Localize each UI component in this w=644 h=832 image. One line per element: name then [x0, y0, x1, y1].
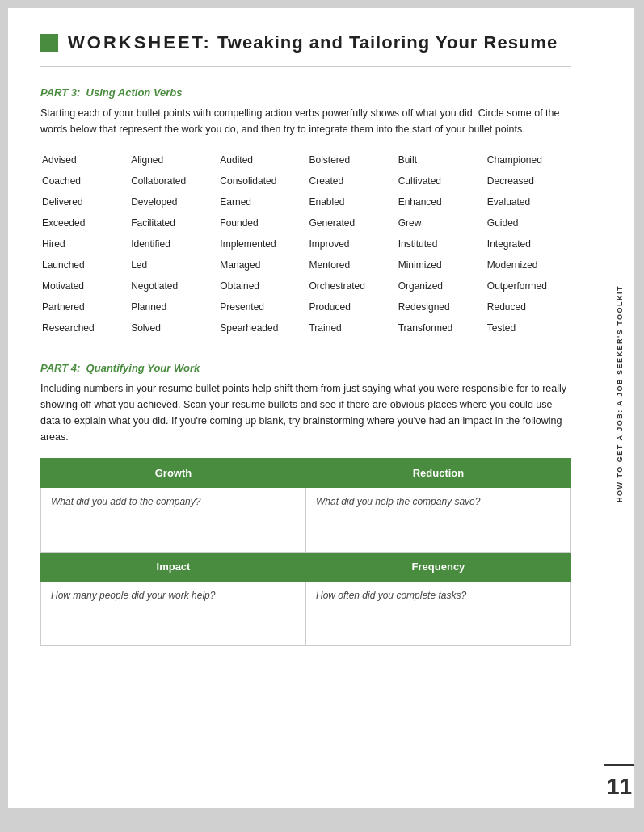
verb-cell: Championed [486, 150, 571, 170]
verb-cell: Orchestrated [307, 276, 393, 296]
verb-cell: Reduced [486, 297, 571, 317]
part4-label: PART 4: [40, 362, 80, 374]
header-title: WORKSHEET: Tweaking and Tailoring Your R… [68, 32, 558, 53]
verb-cell: Facilitated [129, 213, 215, 233]
verb-cell: Obtained [218, 276, 304, 296]
verb-cell: Mentored [307, 255, 393, 275]
verb-cell: Coached [40, 171, 126, 191]
quantifying-table: GrowthReductionWhat did you add to the c… [40, 458, 571, 646]
table-question: What did you help the company save? [305, 488, 570, 553]
table-header: Reduction [305, 459, 570, 488]
verb-cell: Planned [129, 297, 215, 317]
table-header: Growth [41, 459, 306, 488]
verb-cell: Partnered [40, 297, 126, 317]
table-question: How often did you complete tasks? [305, 582, 570, 646]
verb-cell: Hired [40, 234, 126, 254]
verb-cell: Organized [397, 276, 482, 296]
worksheet-label: WORKSHEET: [68, 32, 212, 53]
verb-cell: Transformed [397, 318, 482, 338]
verb-cell: Collaborated [129, 171, 215, 191]
part4-body: Including numbers in your resume bullet … [40, 380, 571, 445]
part3-title: Using Action Verbs [86, 86, 183, 99]
verb-cell: Implemented [218, 234, 304, 254]
verb-cell: Modernized [486, 255, 571, 275]
verb-cell: Aligned [129, 150, 215, 170]
part4-header: PART 4: Quantifying Your Work [40, 362, 571, 374]
table-question: How many people did your work help? [41, 582, 306, 646]
verb-cell: Trained [307, 318, 393, 338]
verb-cell: Instituted [397, 234, 482, 254]
verb-cell: Advised [40, 150, 126, 170]
verb-cell: Audited [218, 150, 304, 170]
verb-cell: Earned [218, 192, 304, 212]
table-header: Impact [41, 553, 306, 582]
verb-cell: Negotiated [129, 276, 215, 296]
verb-cell: Researched [40, 318, 126, 338]
verb-cell: Built [397, 150, 482, 170]
part4-title: Quantifying Your Work [86, 362, 200, 374]
verb-cell: Decreased [486, 171, 571, 191]
verb-cell: Guided [486, 213, 571, 233]
verb-cell: Delivered [40, 192, 126, 212]
verb-cell: Developed [129, 192, 215, 212]
side-tab: HOW TO GET A JOB: A JOB SEEKER'S TOOLKIT… [604, 8, 634, 808]
verb-cell: Improved [307, 234, 393, 254]
verb-cell: Produced [307, 297, 393, 317]
verb-cell: Consolidated [218, 171, 304, 191]
verb-cell: Founded [218, 213, 304, 233]
part3-body: Starting each of your bullet points with… [40, 105, 571, 137]
verb-cell: Spearheaded [218, 318, 304, 338]
verb-cell: Launched [40, 255, 126, 275]
header-square [40, 34, 58, 52]
verb-cell: Cultivated [397, 171, 482, 191]
verb-cell: Bolstered [307, 150, 393, 170]
table-header: Frequency [305, 553, 570, 582]
verb-cell: Integrated [486, 234, 571, 254]
verb-cell: Led [129, 255, 215, 275]
verb-cell: Managed [218, 255, 304, 275]
verb-cell: Presented [218, 297, 304, 317]
verbs-grid: AdvisedAlignedAuditedBolsteredBuiltChamp… [40, 150, 571, 338]
verb-cell: Motivated [40, 276, 126, 296]
part3-label: PART 3: [40, 86, 80, 99]
verb-cell: Tested [486, 318, 571, 338]
verb-cell: Solved [129, 318, 215, 338]
verb-cell: Evaluated [486, 192, 571, 212]
verb-cell: Redesigned [397, 297, 482, 317]
verb-cell: Generated [307, 213, 393, 233]
verb-cell: Enabled [307, 192, 393, 212]
side-tab-text: HOW TO GET A JOB: A JOB SEEKER'S TOOLKIT [616, 24, 624, 764]
verb-cell: Outperformed [486, 276, 571, 296]
verb-cell: Exceeded [40, 213, 126, 233]
part3-header: PART 3: Using Action Verbs [40, 86, 571, 99]
side-tab-number: 11 [604, 764, 634, 808]
verb-cell: Created [307, 171, 393, 191]
header: WORKSHEET: Tweaking and Tailoring Your R… [40, 32, 571, 67]
table-question: What did you add to the company? [41, 488, 306, 553]
verb-cell: Identified [129, 234, 215, 254]
verb-cell: Minimized [397, 255, 482, 275]
verb-cell: Enhanced [397, 192, 482, 212]
header-subtitle: Tweaking and Tailoring Your Resume [217, 32, 558, 53]
verb-cell: Grew [397, 213, 482, 233]
page: WORKSHEET: Tweaking and Tailoring Your R… [8, 8, 604, 808]
